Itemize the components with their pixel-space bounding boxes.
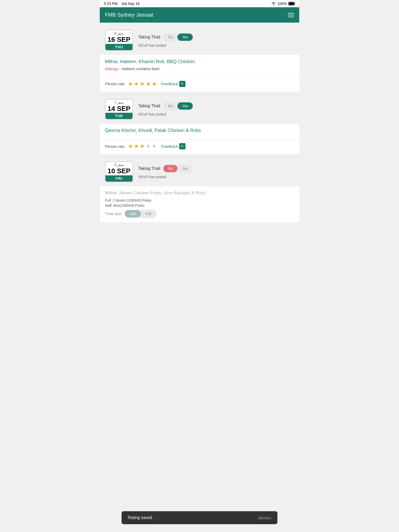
yes-btn-sep16[interactable]: Yes — [177, 34, 193, 41]
date-main-sep10: 10 SEP — [105, 167, 132, 175]
no-btn-sep16[interactable]: No — [163, 34, 177, 41]
allergy-text-sep16: Haleem contains beef — [122, 66, 159, 71]
rsvp-section-sep16: صفر 9 16 SEP THU Taking Thali No Yes RSV… — [100, 26, 299, 55]
feedback-label-sep16: Feedback — [161, 82, 178, 86]
battery-display: 100% — [277, 2, 287, 6]
taking-thali-label-sep16: Taking Thali — [138, 35, 160, 39]
status-bar: 5:23 PM Sat Sep 18 100% — [100, 0, 299, 7]
app-header: FMB Sydney Jamaat — [100, 7, 299, 23]
rsvp-right-sep14: Taking Thali No Yes RSVP has ended — [138, 102, 294, 116]
thali-size-label-sep10: Thali size — [105, 211, 121, 216]
star-2-sep16[interactable]: ★ — [134, 81, 139, 87]
date-box-sep14: صفر 7 14 SEP TUE — [105, 99, 133, 120]
full-btn-sep10[interactable]: Full — [141, 210, 156, 217]
arabic-date-sep16: صفر 9 — [105, 30, 132, 36]
star-1-sep14[interactable]: ★ — [128, 143, 133, 150]
star-1-sep16[interactable]: ★ — [128, 81, 133, 87]
wifi-icon — [271, 2, 276, 5]
rating-label-sep16: Please rate — [105, 82, 125, 86]
battery-icon — [288, 2, 295, 5]
yes-btn-sep10[interactable]: Yes — [177, 165, 193, 172]
card-sep16: صفر 9 16 SEP THU Taking Thali No Yes RSV… — [100, 26, 299, 91]
status-right: 100% — [271, 2, 295, 6]
arabic-date-sep10: صفر 3 — [105, 162, 132, 167]
half-detail-sep10: Half: Box(1000ml) Pulao — [105, 203, 294, 208]
menu-title-sep10: Mithai, Steam Chicken Pulao, Aloo Bainga… — [105, 190, 294, 196]
taking-thali-row-sep14: Taking Thali No Yes — [138, 102, 294, 110]
menu-title-sep16: Mithai, Haleem, Khamiri Roti, BBQ Chicke… — [105, 59, 294, 64]
card-sep14: صفر 7 14 SEP TUE Taking Thali No Yes RSV… — [100, 95, 299, 154]
stars-sep14[interactable]: ★ ★ ★ ★ ★ — [128, 143, 157, 150]
star-2-sep14[interactable]: ★ — [134, 143, 139, 150]
feedback-icon-sep16: ✎ — [179, 81, 185, 87]
app-title: FMB Sydney Jamaat — [105, 12, 153, 18]
feedback-link-sep14[interactable]: Feedback ✎ — [161, 143, 185, 149]
status-time: 5:23 PM Sat Sep 18 — [104, 2, 139, 6]
taking-thali-label-sep10: Taking Thali — [138, 166, 160, 171]
date-main-sep16: 16 SEP — [105, 36, 132, 44]
svg-rect-2 — [294, 3, 295, 4]
time-display: 5:23 PM — [104, 2, 117, 6]
date-main-sep14: 14 SEP — [105, 105, 132, 113]
menu-section-sep16: Mithai, Haleem, Khamiri Roti, BBQ Chicke… — [100, 55, 299, 77]
feedback-link-sep16[interactable]: Feedback ✎ — [161, 81, 185, 87]
menu-title-sep14: Qeema Khichri, Khurdi, Palak Chicken & R… — [105, 128, 294, 133]
no-btn-sep14[interactable]: No — [163, 102, 177, 110]
menu-allergy-sep16: Allergy: Haleem contains beef — [105, 66, 294, 71]
day-sep14: TUE — [105, 113, 132, 119]
half-btn-sep10[interactable]: Half — [125, 210, 141, 217]
thali-size-group-sep10: Half Full — [124, 210, 156, 218]
arabic-date-sep14: صفر 7 — [105, 99, 132, 105]
rating-section-sep16: Please rate ★ ★ ★ ★ ★ Feedback ✎ — [100, 77, 299, 91]
taking-thali-row-sep10: Taking Thali No Yes — [138, 164, 294, 173]
main-scroll: صفر 9 16 SEP THU Taking Thali No Yes RSV… — [100, 23, 299, 228]
taking-thali-label-sep14: Taking Thali — [138, 104, 160, 108]
rating-label-sep14: Please rate — [105, 144, 125, 149]
menu-section-sep10: Mithai, Steam Chicken Pulao, Aloo Bainga… — [100, 186, 299, 222]
no-btn-sep10[interactable]: No — [163, 165, 177, 172]
star-3-sep14[interactable]: ★ — [140, 143, 145, 150]
rsvp-status-sep16: RSVP has ended — [138, 43, 294, 48]
rsvp-right-sep16: Taking Thali No Yes RSVP has ended — [138, 33, 294, 48]
toggle-group-sep16: No Yes — [163, 33, 193, 41]
date-box-sep10: صفر 3 10 SEP FRI — [105, 161, 133, 182]
thali-size-row-sep10: Thali size Half Full — [105, 210, 294, 218]
toggle-group-sep10: No Yes — [163, 164, 193, 173]
rating-section-sep14: Please rate ★ ★ ★ ★ ★ Feedback ✎ — [100, 139, 299, 154]
toggle-group-sep14: No Yes — [163, 102, 193, 110]
full-detail-sep10: Full: 2 boxes (1000ml) Pulao — [105, 198, 294, 202]
hamburger-menu-button[interactable] — [288, 13, 294, 17]
taking-thali-row-sep16: Taking Thali No Yes — [138, 33, 294, 41]
feedback-icon-sep14: ✎ — [179, 143, 185, 149]
day-sep16: THU — [105, 44, 132, 50]
rsvp-status-sep14: RSVP has ended — [138, 112, 294, 116]
date-box-sep16: صفر 9 16 SEP THU — [105, 30, 133, 51]
rsvp-right-sep10: Taking Thali No Yes RSVP has ended — [138, 164, 294, 179]
rsvp-section-sep14: صفر 7 14 SEP TUE Taking Thali No Yes RSV… — [100, 95, 299, 124]
star-5-sep16[interactable]: ★ — [152, 81, 157, 87]
rsvp-status-sep10: RSVP has ended — [138, 175, 294, 179]
rsvp-section-sep10: صفر 3 10 SEP FRI Taking Thali No Yes RSV… — [100, 157, 299, 186]
allergy-label-sep16: Allergy: — [105, 66, 119, 71]
svg-rect-1 — [289, 2, 294, 5]
star-4-sep16[interactable]: ★ — [146, 81, 151, 87]
menu-section-sep14: Qeema Khichri, Khurdi, Palak Chicken & R… — [100, 124, 299, 139]
star-4-sep14[interactable]: ★ — [146, 143, 151, 150]
star-5-sep14[interactable]: ★ — [152, 143, 157, 150]
feedback-label-sep14: Feedback — [161, 144, 178, 149]
card-sep10: صفر 3 10 SEP FRI Taking Thali No Yes RSV… — [100, 157, 299, 222]
day-sep10: FRI — [105, 175, 132, 182]
date-display: Sat Sep 18 — [122, 2, 139, 6]
stars-sep16[interactable]: ★ ★ ★ ★ ★ — [128, 81, 157, 87]
yes-btn-sep14[interactable]: Yes — [177, 102, 193, 110]
star-3-sep16[interactable]: ★ — [140, 81, 145, 87]
